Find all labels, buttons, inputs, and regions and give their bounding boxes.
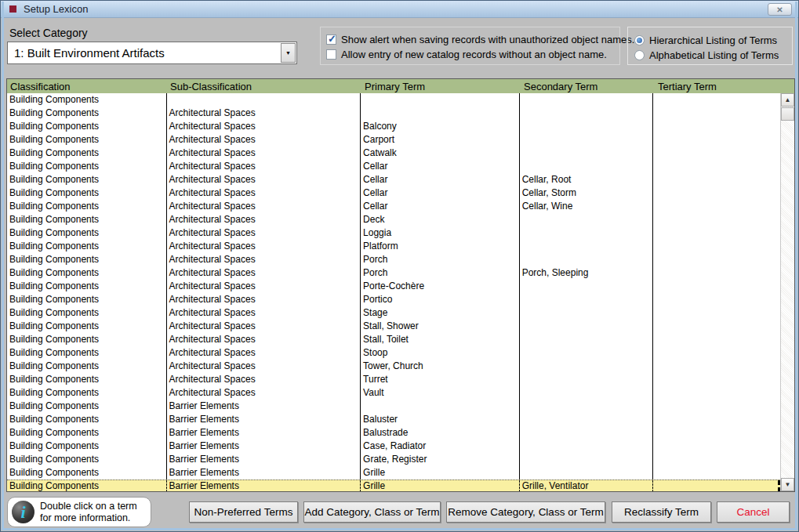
cell-sub-classification: Barrier Elements	[167, 440, 361, 453]
table-row[interactable]: Building Components Barrier Elements Bal…	[7, 426, 780, 440]
cell-classification: Building Components	[7, 400, 167, 413]
cell-sub-classification: Architectural Spaces	[167, 240, 361, 253]
cell-sub-classification: Architectural Spaces	[167, 147, 361, 160]
cell-sub-classification: Architectural Spaces	[167, 360, 361, 373]
table-row[interactable]: Building Components Architectural Spaces…	[7, 373, 780, 386]
cell-secondary-term	[520, 107, 654, 120]
category-dropdown[interactable]: 1: Built Environment Artifacts ▼	[7, 42, 297, 64]
table-header: Classification Sub-Classification Primar…	[7, 79, 794, 93]
alphabetical-radio[interactable]	[634, 50, 645, 60]
table-row[interactable]: Building Components Barrier Elements Gri…	[7, 480, 780, 491]
cell-tertiary-term	[653, 320, 780, 333]
table-row[interactable]: Building Components	[7, 93, 780, 107]
table-row[interactable]: Building Components Architectural Spaces…	[7, 333, 780, 346]
cell-classification: Building Components	[7, 373, 167, 386]
cell-classification: Building Components	[7, 147, 167, 160]
cell-secondary-term	[520, 147, 654, 160]
cell-sub-classification: Architectural Spaces	[167, 160, 361, 173]
cell-classification: Building Components	[7, 306, 167, 320]
show-alert-checkbox[interactable]	[326, 34, 336, 45]
table-row[interactable]: Building Components Barrier Elements Bal…	[7, 413, 780, 426]
table-row[interactable]: Building Components Barrier Elements Gri…	[7, 466, 780, 480]
cell-secondary-term: Cellar, Root	[520, 173, 654, 186]
scrollbar-track[interactable]	[781, 121, 794, 478]
table-row[interactable]: Building Components Architectural Spaces…	[7, 226, 780, 240]
table-row[interactable]: Building Components Architectural Spaces	[7, 107, 780, 120]
table-row[interactable]: Building Components Architectural Spaces…	[7, 186, 780, 200]
table-row[interactable]: Building Components Architectural Spaces…	[7, 147, 780, 160]
table-row[interactable]: Building Components Architectural Spaces…	[7, 306, 780, 320]
cell-secondary-term: Cellar, Wine	[520, 200, 654, 213]
cell-primary-term: Balcony	[361, 120, 520, 133]
hierarchical-label: Hierarchical Listing of Terms	[649, 34, 777, 46]
cell-secondary-term	[520, 426, 654, 440]
table-row[interactable]: Building Components Architectural Spaces…	[7, 173, 780, 186]
table-row[interactable]: Building Components Architectural Spaces…	[7, 386, 780, 400]
cell-sub-classification: Architectural Spaces	[167, 333, 361, 346]
close-button[interactable]: ✕	[768, 3, 792, 16]
table-row[interactable]: Building Components Architectural Spaces…	[7, 213, 780, 226]
checkbox-row-show-alert[interactable]: Show alert when saving records with unau…	[326, 32, 619, 47]
table-row[interactable]: Building Components Architectural Spaces…	[7, 240, 780, 253]
cell-secondary-term	[520, 226, 654, 240]
vertical-scrollbar[interactable]: ▲ ▼	[780, 93, 794, 491]
table-row[interactable]: Building Components Architectural Spaces…	[7, 346, 780, 360]
column-header-secondary-term: Secondary Term	[521, 81, 655, 92]
cell-primary-term: Cellar	[361, 173, 520, 186]
column-header-primary-term: Primary Term	[361, 81, 521, 92]
cell-classification: Building Components	[7, 266, 167, 280]
table-row[interactable]: Building Components Architectural Spaces…	[7, 120, 780, 133]
checkbox-row-allow-entry[interactable]: Allow entry of new catalog records witho…	[326, 47, 619, 62]
table-row[interactable]: Building Components Architectural Spaces…	[7, 293, 780, 306]
cell-classification: Building Components	[7, 213, 167, 226]
column-header-tertiary-term: Tertiary Term	[655, 81, 782, 92]
cell-sub-classification: Architectural Spaces	[167, 320, 361, 333]
titlebar[interactable]: Setup Lexicon ✕	[1, 1, 798, 18]
table-row[interactable]: Building Components Architectural Spaces…	[7, 200, 780, 213]
cell-classification: Building Components	[7, 280, 167, 293]
remove-category-class-term-button[interactable]: Remove Category, Class or Term	[446, 501, 605, 523]
cell-classification: Building Components	[7, 466, 167, 480]
cell-sub-classification: Architectural Spaces	[167, 107, 361, 120]
table-row[interactable]: Building Components Architectural Spaces…	[7, 266, 780, 280]
cell-sub-classification: Architectural Spaces	[167, 213, 361, 226]
scrollbar-thumb[interactable]	[781, 107, 794, 121]
reclassify-term-button[interactable]: Reclassify Term	[612, 501, 711, 523]
cell-tertiary-term	[653, 413, 780, 426]
dropdown-button[interactable]: ▼	[281, 43, 296, 63]
allow-entry-checkbox[interactable]	[326, 49, 336, 60]
hierarchical-radio[interactable]	[634, 35, 645, 45]
add-category-class-term-button[interactable]: Add Category, Class or Term	[303, 501, 441, 523]
cell-primary-term: Stage	[361, 306, 520, 320]
scroll-down-button[interactable]: ▼	[781, 478, 794, 491]
cell-secondary-term	[520, 293, 654, 306]
cell-primary-term: Carport	[361, 133, 520, 147]
cell-secondary-term	[520, 280, 654, 293]
table-row[interactable]: Building Components Barrier Elements	[7, 400, 780, 413]
cell-secondary-term	[520, 400, 654, 413]
table-row[interactable]: Building Components Barrier Elements Gra…	[7, 453, 780, 466]
radio-row-hierarchical[interactable]: Hierarchical Listing of Terms	[634, 33, 792, 48]
cell-secondary-term: Grille, Ventilator	[520, 480, 654, 491]
table-row[interactable]: Building Components Architectural Spaces…	[7, 133, 780, 147]
cell-tertiary-term	[653, 386, 780, 400]
non-preferred-terms-button[interactable]: Non-Preferred Terms	[189, 501, 298, 523]
cell-sub-classification: Architectural Spaces	[167, 200, 361, 213]
cancel-button[interactable]: Cancel	[717, 501, 790, 523]
cell-secondary-term	[520, 440, 654, 453]
cell-sub-classification: Barrier Elements	[167, 480, 361, 491]
table-row[interactable]: Building Components Architectural Spaces…	[7, 280, 780, 293]
cell-primary-term: Stoop	[361, 346, 520, 360]
cell-primary-term: Grille	[361, 480, 520, 491]
table-row[interactable]: Building Components Architectural Spaces…	[7, 320, 780, 333]
radio-row-alphabetical[interactable]: Alphabetical Listing of Terms	[634, 48, 792, 63]
scroll-up-button[interactable]: ▲	[781, 93, 794, 107]
cell-primary-term	[361, 400, 520, 413]
table-row[interactable]: Building Components Architectural Spaces…	[7, 360, 780, 373]
table-row[interactable]: Building Components Architectural Spaces…	[7, 253, 780, 266]
cell-classification: Building Components	[7, 320, 167, 333]
table-row[interactable]: Building Components Barrier Elements Cas…	[7, 440, 780, 453]
cell-primary-term: Porch	[361, 266, 520, 280]
table-row[interactable]: Building Components Architectural Spaces…	[7, 160, 780, 173]
cell-tertiary-term	[653, 186, 780, 200]
